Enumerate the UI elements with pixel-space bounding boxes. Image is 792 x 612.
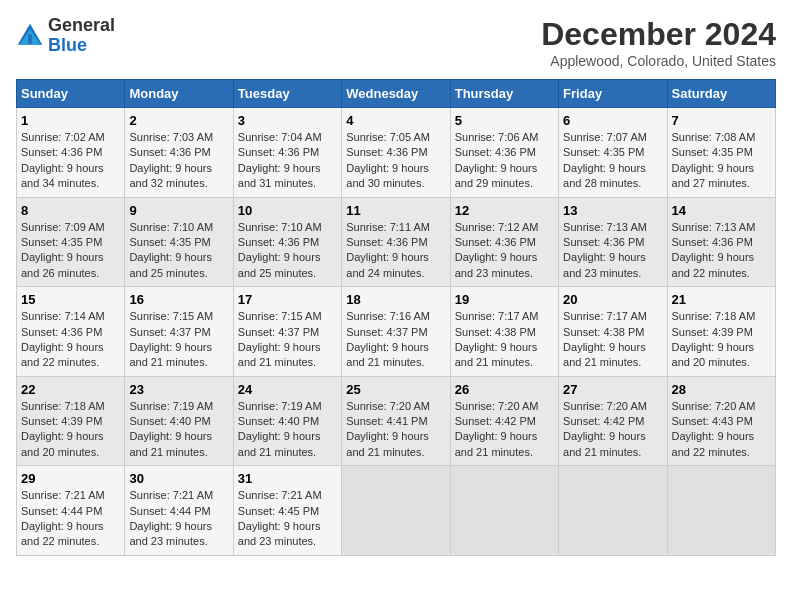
col-header-monday: Monday bbox=[125, 80, 233, 108]
calendar-cell bbox=[559, 466, 667, 556]
day-number: 27 bbox=[563, 382, 662, 397]
logo-line2: Blue bbox=[48, 36, 115, 56]
day-info: Sunrise: 7:12 AM Sunset: 4:36 PM Dayligh… bbox=[455, 220, 554, 282]
calendar-cell: 7Sunrise: 7:08 AM Sunset: 4:35 PM Daylig… bbox=[667, 108, 775, 198]
day-info: Sunrise: 7:13 AM Sunset: 4:36 PM Dayligh… bbox=[563, 220, 662, 282]
day-info: Sunrise: 7:02 AM Sunset: 4:36 PM Dayligh… bbox=[21, 130, 120, 192]
day-info: Sunrise: 7:20 AM Sunset: 4:41 PM Dayligh… bbox=[346, 399, 445, 461]
day-number: 2 bbox=[129, 113, 228, 128]
calendar-week-5: 29Sunrise: 7:21 AM Sunset: 4:44 PM Dayli… bbox=[17, 466, 776, 556]
day-number: 16 bbox=[129, 292, 228, 307]
month-title: December 2024 bbox=[541, 16, 776, 53]
calendar-week-1: 1Sunrise: 7:02 AM Sunset: 4:36 PM Daylig… bbox=[17, 108, 776, 198]
calendar-cell: 28Sunrise: 7:20 AM Sunset: 4:43 PM Dayli… bbox=[667, 376, 775, 466]
day-info: Sunrise: 7:07 AM Sunset: 4:35 PM Dayligh… bbox=[563, 130, 662, 192]
calendar-cell: 1Sunrise: 7:02 AM Sunset: 4:36 PM Daylig… bbox=[17, 108, 125, 198]
calendar-cell: 10Sunrise: 7:10 AM Sunset: 4:36 PM Dayli… bbox=[233, 197, 341, 287]
day-number: 3 bbox=[238, 113, 337, 128]
calendar-cell: 15Sunrise: 7:14 AM Sunset: 4:36 PM Dayli… bbox=[17, 287, 125, 377]
logo-icon bbox=[16, 22, 44, 50]
day-info: Sunrise: 7:21 AM Sunset: 4:44 PM Dayligh… bbox=[21, 488, 120, 550]
col-header-friday: Friday bbox=[559, 80, 667, 108]
day-info: Sunrise: 7:08 AM Sunset: 4:35 PM Dayligh… bbox=[672, 130, 771, 192]
col-header-thursday: Thursday bbox=[450, 80, 558, 108]
day-info: Sunrise: 7:03 AM Sunset: 4:36 PM Dayligh… bbox=[129, 130, 228, 192]
calendar-cell: 2Sunrise: 7:03 AM Sunset: 4:36 PM Daylig… bbox=[125, 108, 233, 198]
logo: General Blue bbox=[16, 16, 115, 56]
day-info: Sunrise: 7:20 AM Sunset: 4:43 PM Dayligh… bbox=[672, 399, 771, 461]
col-header-saturday: Saturday bbox=[667, 80, 775, 108]
calendar-cell: 31Sunrise: 7:21 AM Sunset: 4:45 PM Dayli… bbox=[233, 466, 341, 556]
calendar-cell: 21Sunrise: 7:18 AM Sunset: 4:39 PM Dayli… bbox=[667, 287, 775, 377]
col-header-tuesday: Tuesday bbox=[233, 80, 341, 108]
day-number: 21 bbox=[672, 292, 771, 307]
calendar-cell: 19Sunrise: 7:17 AM Sunset: 4:38 PM Dayli… bbox=[450, 287, 558, 377]
day-number: 12 bbox=[455, 203, 554, 218]
calendar-cell: 30Sunrise: 7:21 AM Sunset: 4:44 PM Dayli… bbox=[125, 466, 233, 556]
calendar-cell bbox=[450, 466, 558, 556]
calendar-cell: 16Sunrise: 7:15 AM Sunset: 4:37 PM Dayli… bbox=[125, 287, 233, 377]
calendar-cell: 22Sunrise: 7:18 AM Sunset: 4:39 PM Dayli… bbox=[17, 376, 125, 466]
calendar-table: SundayMondayTuesdayWednesdayThursdayFrid… bbox=[16, 79, 776, 556]
calendar-cell: 17Sunrise: 7:15 AM Sunset: 4:37 PM Dayli… bbox=[233, 287, 341, 377]
day-info: Sunrise: 7:17 AM Sunset: 4:38 PM Dayligh… bbox=[563, 309, 662, 371]
day-number: 20 bbox=[563, 292, 662, 307]
calendar-cell: 18Sunrise: 7:16 AM Sunset: 4:37 PM Dayli… bbox=[342, 287, 450, 377]
day-info: Sunrise: 7:19 AM Sunset: 4:40 PM Dayligh… bbox=[129, 399, 228, 461]
day-info: Sunrise: 7:06 AM Sunset: 4:36 PM Dayligh… bbox=[455, 130, 554, 192]
day-number: 26 bbox=[455, 382, 554, 397]
day-number: 9 bbox=[129, 203, 228, 218]
calendar-cell: 3Sunrise: 7:04 AM Sunset: 4:36 PM Daylig… bbox=[233, 108, 341, 198]
day-info: Sunrise: 7:20 AM Sunset: 4:42 PM Dayligh… bbox=[455, 399, 554, 461]
day-number: 7 bbox=[672, 113, 771, 128]
col-header-sunday: Sunday bbox=[17, 80, 125, 108]
calendar-header: SundayMondayTuesdayWednesdayThursdayFrid… bbox=[17, 80, 776, 108]
day-number: 28 bbox=[672, 382, 771, 397]
day-info: Sunrise: 7:18 AM Sunset: 4:39 PM Dayligh… bbox=[672, 309, 771, 371]
day-number: 1 bbox=[21, 113, 120, 128]
day-info: Sunrise: 7:21 AM Sunset: 4:44 PM Dayligh… bbox=[129, 488, 228, 550]
day-info: Sunrise: 7:17 AM Sunset: 4:38 PM Dayligh… bbox=[455, 309, 554, 371]
day-info: Sunrise: 7:19 AM Sunset: 4:40 PM Dayligh… bbox=[238, 399, 337, 461]
calendar-cell: 13Sunrise: 7:13 AM Sunset: 4:36 PM Dayli… bbox=[559, 197, 667, 287]
day-number: 22 bbox=[21, 382, 120, 397]
day-info: Sunrise: 7:10 AM Sunset: 4:36 PM Dayligh… bbox=[238, 220, 337, 282]
calendar-cell: 12Sunrise: 7:12 AM Sunset: 4:36 PM Dayli… bbox=[450, 197, 558, 287]
day-info: Sunrise: 7:09 AM Sunset: 4:35 PM Dayligh… bbox=[21, 220, 120, 282]
day-number: 10 bbox=[238, 203, 337, 218]
day-number: 14 bbox=[672, 203, 771, 218]
calendar-cell: 29Sunrise: 7:21 AM Sunset: 4:44 PM Dayli… bbox=[17, 466, 125, 556]
calendar-cell: 27Sunrise: 7:20 AM Sunset: 4:42 PM Dayli… bbox=[559, 376, 667, 466]
calendar-cell: 25Sunrise: 7:20 AM Sunset: 4:41 PM Dayli… bbox=[342, 376, 450, 466]
day-number: 18 bbox=[346, 292, 445, 307]
day-number: 5 bbox=[455, 113, 554, 128]
calendar-cell: 20Sunrise: 7:17 AM Sunset: 4:38 PM Dayli… bbox=[559, 287, 667, 377]
logo-line1: General bbox=[48, 16, 115, 36]
calendar-cell: 4Sunrise: 7:05 AM Sunset: 4:36 PM Daylig… bbox=[342, 108, 450, 198]
day-number: 6 bbox=[563, 113, 662, 128]
day-number: 4 bbox=[346, 113, 445, 128]
day-number: 31 bbox=[238, 471, 337, 486]
calendar-cell: 11Sunrise: 7:11 AM Sunset: 4:36 PM Dayli… bbox=[342, 197, 450, 287]
day-number: 19 bbox=[455, 292, 554, 307]
day-info: Sunrise: 7:14 AM Sunset: 4:36 PM Dayligh… bbox=[21, 309, 120, 371]
day-info: Sunrise: 7:13 AM Sunset: 4:36 PM Dayligh… bbox=[672, 220, 771, 282]
page-header: General Blue December 2024 Applewood, Co… bbox=[16, 16, 776, 69]
calendar-cell bbox=[667, 466, 775, 556]
location: Applewood, Colorado, United States bbox=[541, 53, 776, 69]
day-number: 30 bbox=[129, 471, 228, 486]
day-number: 17 bbox=[238, 292, 337, 307]
title-block: December 2024 Applewood, Colorado, Unite… bbox=[541, 16, 776, 69]
day-info: Sunrise: 7:20 AM Sunset: 4:42 PM Dayligh… bbox=[563, 399, 662, 461]
day-number: 23 bbox=[129, 382, 228, 397]
calendar-cell: 8Sunrise: 7:09 AM Sunset: 4:35 PM Daylig… bbox=[17, 197, 125, 287]
day-info: Sunrise: 7:05 AM Sunset: 4:36 PM Dayligh… bbox=[346, 130, 445, 192]
col-header-wednesday: Wednesday bbox=[342, 80, 450, 108]
day-number: 15 bbox=[21, 292, 120, 307]
day-info: Sunrise: 7:16 AM Sunset: 4:37 PM Dayligh… bbox=[346, 309, 445, 371]
day-info: Sunrise: 7:21 AM Sunset: 4:45 PM Dayligh… bbox=[238, 488, 337, 550]
calendar-cell: 6Sunrise: 7:07 AM Sunset: 4:35 PM Daylig… bbox=[559, 108, 667, 198]
calendar-week-2: 8Sunrise: 7:09 AM Sunset: 4:35 PM Daylig… bbox=[17, 197, 776, 287]
calendar-cell: 9Sunrise: 7:10 AM Sunset: 4:35 PM Daylig… bbox=[125, 197, 233, 287]
calendar-week-4: 22Sunrise: 7:18 AM Sunset: 4:39 PM Dayli… bbox=[17, 376, 776, 466]
